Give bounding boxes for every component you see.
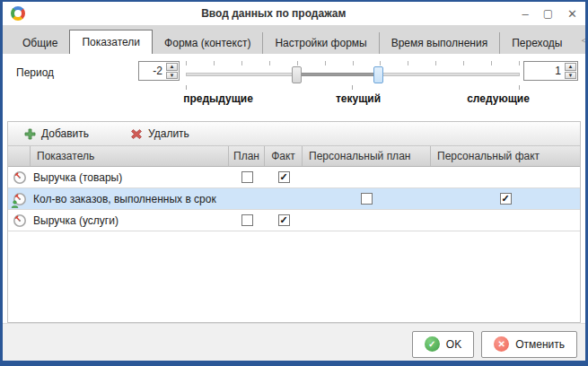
indicator-name: Кол-во заказов, выполненных в срок <box>31 193 229 205</box>
zone-label-next: следующие <box>467 92 530 105</box>
table-row[interactable]: Выручка (услуги) ✓ <box>8 210 580 231</box>
plan-checkbox[interactable] <box>241 214 253 226</box>
tab-bar: Общие Показатели Форма (контекст) Настро… <box>3 25 585 54</box>
add-button[interactable]: Добавить <box>24 127 89 140</box>
gauge-icon <box>13 170 27 185</box>
table-toolbar: Добавить Удалить <box>8 122 580 146</box>
personal-plan-checkbox[interactable] <box>361 193 373 205</box>
header-plan[interactable]: План <box>229 146 265 166</box>
tab-indicators[interactable]: Показатели <box>69 30 153 54</box>
gauge-icon <box>13 214 27 228</box>
title-bar: Ввод данных по продажам – ▢ ✕ <box>3 2 585 25</box>
ok-check-icon: ✓ <box>425 336 440 352</box>
header-indicator[interactable]: Показатель <box>31 146 229 166</box>
spin-up-icon[interactable]: ▲ <box>166 63 178 71</box>
delete-button-label: Удалить <box>148 127 189 140</box>
sales-data-entry-dialog: Ввод данных по продажам – ▢ ✕ Общие Пока… <box>0 0 588 366</box>
minimize-button[interactable]: – <box>522 8 529 20</box>
tab-execution-time[interactable]: Время выполнения <box>379 32 499 54</box>
cancel-x-icon: ✕ <box>494 336 509 352</box>
spin-up-icon[interactable]: ▲ <box>565 63 576 71</box>
x-icon <box>130 128 143 140</box>
table-row[interactable]: Кол-во заказов, выполненных в срок ✓ <box>8 188 580 210</box>
indicator-name: Выручка (товары) <box>31 171 229 184</box>
app-logo-icon <box>11 6 25 21</box>
slider-selected-range <box>296 73 378 76</box>
zone-label-current: текущий <box>336 92 381 105</box>
tab-general[interactable]: Общие <box>11 32 69 54</box>
gauge-person-icon <box>13 192 27 206</box>
maximize-button[interactable]: ▢ <box>543 8 553 19</box>
plan-checkbox[interactable] <box>241 171 253 183</box>
period-to-value: 1 <box>524 62 564 80</box>
cancel-button-label: Отменить <box>515 338 565 351</box>
plus-icon <box>24 128 36 140</box>
tab-scroll-left-icon[interactable]: ◁ <box>581 34 588 46</box>
ok-button[interactable]: ✓ OK <box>412 331 474 358</box>
tab-transitions[interactable]: Переходы <box>499 32 574 54</box>
indicators-panel: Добавить Удалить Показатель План Факт Пе… <box>7 121 581 323</box>
fact-checkbox[interactable]: ✓ <box>278 171 290 183</box>
tab-form-settings[interactable]: Настройки формы <box>262 32 378 54</box>
table-empty-area <box>8 231 580 322</box>
ok-button-label: OK <box>446 338 461 351</box>
close-button[interactable]: ✕ <box>567 8 577 20</box>
indicator-name: Выручка (услуги) <box>31 214 229 227</box>
delete-button[interactable]: Удалить <box>130 127 189 140</box>
table-row[interactable]: Выручка (товары) ✓ <box>8 167 580 188</box>
personal-fact-checkbox[interactable]: ✓ <box>500 193 512 205</box>
slider-thumb-from[interactable] <box>292 66 302 83</box>
table-header: Показатель План Факт Персональный план П… <box>8 146 580 167</box>
zone-label-previous: предыдущие <box>183 92 253 105</box>
period-from-value: -2 <box>139 62 165 80</box>
tab-content: Период -2 ▲ ▼ 1 ▲ ▼ <box>3 54 585 364</box>
window-title: Ввод данных по продажам <box>25 7 522 20</box>
tab-form-context[interactable]: Форма (контекст) <box>153 32 262 54</box>
dialog-footer: ✓ OK ✕ Отменить <box>3 323 585 364</box>
fact-checkbox[interactable]: ✓ <box>278 214 290 226</box>
header-personal-fact[interactable]: Персональный факт <box>431 146 580 166</box>
period-label: Период <box>16 66 54 79</box>
slider-thumb-to[interactable] <box>373 66 383 83</box>
period-range-slider[interactable] <box>183 59 523 93</box>
period-from-spinner[interactable]: -2 ▲ ▼ <box>138 61 180 81</box>
person-badge-icon <box>11 200 19 208</box>
slider-ticks-top <box>186 61 520 65</box>
header-fact[interactable]: Факт <box>265 146 303 166</box>
add-button-label: Добавить <box>41 127 89 140</box>
header-personal-plan[interactable]: Персональный план <box>303 146 431 166</box>
period-to-spinner[interactable]: 1 ▲ ▼ <box>523 61 578 81</box>
header-icon-column <box>8 146 31 166</box>
spin-down-icon[interactable]: ▼ <box>565 72 576 80</box>
spin-down-icon[interactable]: ▼ <box>166 72 178 80</box>
cancel-button[interactable]: ✕ Отменить <box>481 331 577 358</box>
